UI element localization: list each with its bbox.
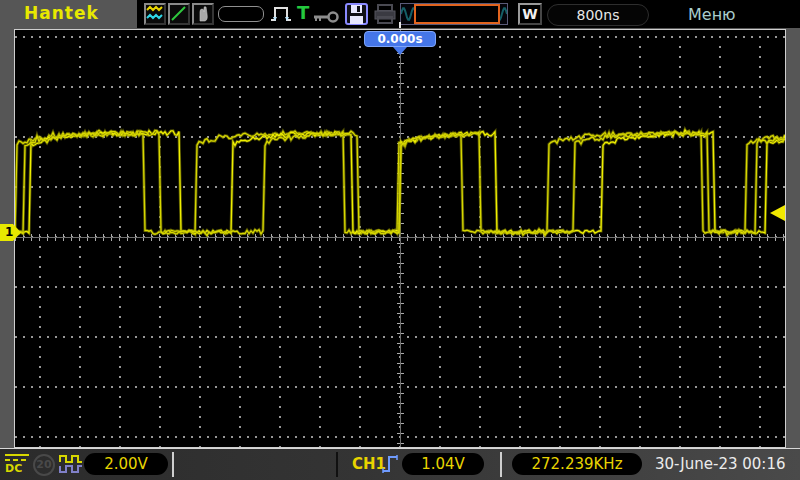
divider bbox=[500, 452, 502, 477]
window-mode-button[interactable]: W bbox=[518, 3, 542, 25]
datetime-readout: 30-June-23 00:16 bbox=[655, 455, 786, 473]
timebase-readout[interactable]: 800ns bbox=[547, 4, 649, 26]
logo-block: Hantek bbox=[0, 0, 137, 28]
green-slash-icon[interactable] bbox=[168, 3, 190, 25]
waveform-preview[interactable] bbox=[400, 3, 508, 25]
bandwidth-limit-icon: 20 bbox=[33, 454, 55, 476]
zoom-window-highlight[interactable] bbox=[414, 4, 500, 24]
ch1-scale-readout: 2.00V bbox=[84, 453, 168, 475]
floppy-save-icon[interactable] bbox=[345, 3, 369, 29]
trigger-frequency-readout: 272.239KHz bbox=[512, 453, 642, 475]
oscilloscope-screen: { "brand": "Hantek", "top_bar": { "timeb… bbox=[0, 0, 800, 480]
rising-edge-icon bbox=[381, 454, 401, 478]
status-bar: DC 20 2.00V CH1 1.04V 272.239KHz 30-June… bbox=[0, 448, 800, 480]
dc-coupling-icon: DC bbox=[5, 453, 31, 476]
menu-button[interactable]: Меню bbox=[688, 5, 736, 24]
probe-waveform-icon bbox=[59, 454, 83, 478]
divider bbox=[172, 452, 174, 477]
graticule: 0.000s bbox=[14, 29, 786, 448]
trigger-time-tag[interactable]: 0.000s bbox=[364, 31, 436, 47]
top-toolbar: Hantek T bbox=[0, 0, 800, 28]
trigger-time-pointer bbox=[393, 47, 407, 55]
ch1-trace bbox=[15, 30, 785, 447]
trigger-level-readout: 1.04V bbox=[402, 453, 484, 475]
divider bbox=[336, 452, 338, 477]
dual-wave-icon[interactable] bbox=[144, 3, 166, 25]
screen-bezel: 0.000s 1 bbox=[0, 28, 800, 448]
trigger-type-letter[interactable]: T bbox=[297, 2, 309, 23]
key-icon[interactable] bbox=[313, 8, 341, 27]
pulse-icon[interactable] bbox=[269, 4, 295, 28]
empty-slot-outline bbox=[218, 6, 264, 22]
brand-logo: Hantek bbox=[24, 3, 99, 23]
printer-icon bbox=[373, 4, 397, 28]
hand-icon[interactable] bbox=[192, 3, 214, 25]
